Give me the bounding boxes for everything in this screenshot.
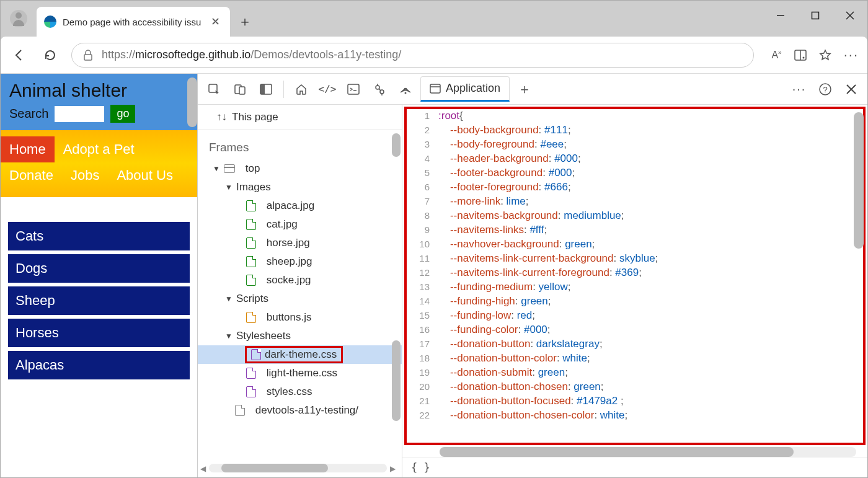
page-title: Animal shelter [9,80,188,101]
maximize-button[interactable] [798,1,833,30]
demo-header: Animal shelter Search go [1,74,197,130]
address-bar[interactable]: https://microsoftedge.github.io/Demos/de… [71,43,754,68]
sources-tab-icon[interactable] [368,78,391,100]
category-item[interactable]: Dogs [8,254,190,283]
svg-text:?: ? [823,85,827,94]
svg-point-7 [802,56,804,58]
frames-header: Frames [198,130,402,159]
more-icon[interactable]: ··· [844,47,859,63]
stylesheet-file-icon [251,349,261,360]
tree-top[interactable]: ▼ top [198,159,402,178]
device-icon[interactable] [229,78,251,100]
tree-file[interactable]: socke.jpg [198,271,402,290]
window-controls [763,1,867,30]
new-tab-button[interactable]: ＋ [230,7,260,37]
code-viewer[interactable]: 1:root{2 --body-background: #111;3 --bod… [404,106,866,446]
image-file-icon [246,275,256,286]
search-label: Search [9,107,48,121]
tree-file[interactable]: light-theme.css [198,364,402,383]
frames-h-scrollbar[interactable]: ◀ ▶ [209,464,387,472]
category-item[interactable]: Cats [8,222,190,250]
tree-images-folder[interactable]: ▼Images [198,178,402,197]
profile-button[interactable] [1,1,37,37]
back-button[interactable] [9,45,29,65]
category-list: Cats Dogs Sheep Horses Alpacas [1,197,197,386]
tree-file-selected[interactable]: dark-theme.css [198,345,402,364]
image-file-icon [246,256,256,267]
network-tab-icon[interactable] [394,78,417,100]
demo-nav: Home Adopt a Pet Donate Jobs About Us [1,130,197,197]
welcome-tab-icon[interactable] [290,78,312,100]
tree-scripts-folder[interactable]: ▼Scripts [198,290,402,308]
stylesheet-file-icon [246,368,256,379]
address-actions: A» ··· [771,47,859,63]
console-tab-icon[interactable] [342,78,365,100]
edge-logo-icon [44,15,56,28]
tab-close-icon[interactable]: ✕ [211,15,220,29]
tree-file[interactable]: cat.jpg [198,215,402,234]
category-item[interactable]: Horses [8,319,190,347]
this-page-row[interactable]: ↑↓ This page [198,105,402,130]
nav-about[interactable]: About Us [108,162,182,188]
frames-scrollbar[interactable] [392,340,401,421]
code-scrollbar[interactable] [854,112,864,249]
tree-file[interactable]: sheep.jpg [198,252,402,271]
svg-rect-4 [84,55,92,60]
sidebar-toggle-icon[interactable] [255,78,277,100]
code-line: 12 --navitems-link-current-foreground: #… [404,265,866,280]
nav-jobs[interactable]: Jobs [62,162,108,188]
code-h-scrollbar[interactable] [440,447,856,457]
code-line: 19 --donation-submit: green; [404,365,866,379]
read-aloud-icon[interactable]: A» [771,49,781,61]
devtools-close-icon[interactable] [840,78,862,100]
image-file-icon [246,237,256,249]
svg-rect-12 [260,84,265,94]
favorite-icon[interactable] [819,49,831,61]
reader-mode-icon[interactable] [794,50,807,61]
tab-title: Demo page with accessibility issu [63,17,201,27]
frames-panel: ↑↓ This page Frames ▼ top ▼Images alpaca… [198,105,402,477]
more-tabs-button[interactable]: ＋ [513,78,536,100]
tree-file[interactable]: styles.css [198,383,402,401]
code-line: 16 --funding-color: #000; [404,322,866,337]
code-line: 7 --more-link: lime; [404,194,866,208]
refresh-button[interactable] [40,45,60,65]
nav-adopt[interactable]: Adopt a Pet [55,136,143,162]
tree-file[interactable]: devtools-a11y-testing/ [198,401,402,420]
tree-stylesheets-folder[interactable]: ▼Stylesheets [198,327,402,345]
code-line: 11 --navitems-link-current-background: s… [404,251,866,265]
frames-tree: ▼ top ▼Images alpaca.jpg cat.jpg horse.j… [198,159,402,457]
tree-file[interactable]: buttons.js [198,308,402,327]
application-tab[interactable]: Application [420,76,510,102]
elements-tab-icon[interactable]: </> [316,78,339,100]
application-tab-icon [430,84,441,94]
stylesheet-file-icon [246,386,256,397]
code-panel: 1:root{2 --body-background: #111;3 --bod… [402,105,867,477]
code-line: 2 --body-background: #111; [404,123,866,137]
code-line: 20 --donation-button-chosen: green; [404,379,866,394]
go-button[interactable]: go [110,105,135,123]
code-line: 17 --donation-button: darkslategray; [404,337,866,351]
svg-rect-13 [348,84,359,94]
image-file-icon [246,219,256,230]
category-item[interactable]: Sheep [8,286,190,315]
browser-tab[interactable]: Demo page with accessibility issu ✕ [37,7,230,37]
content-area: Animal shelter Search go Home Adopt a Pe… [1,74,867,477]
search-input[interactable] [55,106,104,122]
inspect-icon[interactable] [203,78,225,100]
tree-file[interactable]: alpaca.jpg [198,197,402,215]
svg-point-18 [405,92,407,94]
code-line: 21 --donation-button-focused: #1479a2 ; [404,394,866,408]
demo-scrollbar[interactable] [187,77,197,127]
devtools-help-icon[interactable]: ? [814,78,836,100]
tree-file[interactable]: horse.jpg [198,234,402,252]
close-window-button[interactable] [833,1,867,30]
frames-scrollbar[interactable] [392,133,401,157]
image-file-icon [246,200,256,211]
svg-rect-10 [239,87,245,94]
devtools-more-icon[interactable]: ··· [788,78,810,100]
minimize-button[interactable] [763,1,798,30]
nav-home[interactable]: Home [1,136,55,162]
category-item[interactable]: Alpacas [8,351,190,379]
code-line: 9 --navitems-links: #fff; [404,223,866,237]
